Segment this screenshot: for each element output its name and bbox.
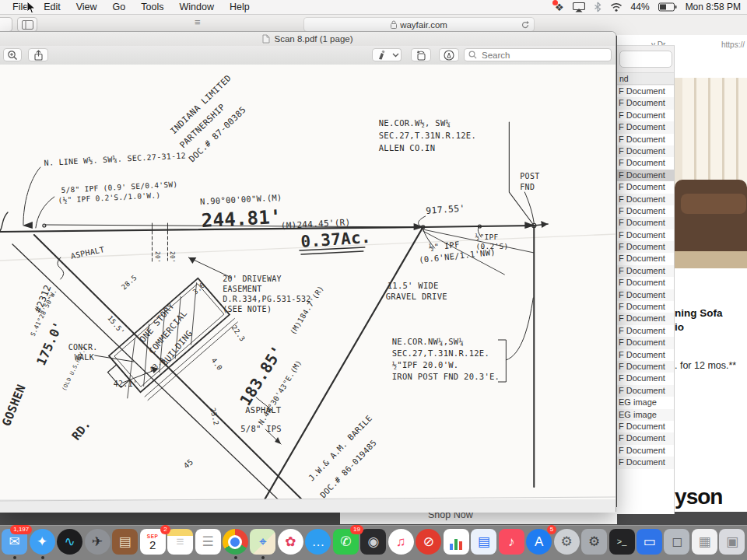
dock-calendar-icon[interactable]: SEP22 (140, 529, 166, 555)
file-row[interactable]: F Document (617, 301, 674, 313)
drawing-label: 11.5' WIDE (388, 281, 439, 290)
dock-chart-icon[interactable] (444, 529, 469, 555)
menu-view[interactable]: View (68, 0, 105, 14)
dock-trash-icon[interactable]: ▣ (719, 529, 745, 555)
menu-window[interactable]: Window (171, 0, 221, 14)
address-bar[interactable]: wayfair.com (303, 17, 535, 32)
contacts-app-tile: ▤ (112, 529, 138, 555)
file-row[interactable]: F Document (617, 145, 674, 157)
dock-finder-mail-icon[interactable]: ✉1,197 (2, 529, 27, 555)
utility-app-tile: ◻ (664, 529, 689, 555)
dock-system-preferences-icon[interactable]: ⚙ (554, 529, 580, 555)
dock-app-store-icon[interactable]: A5 (526, 529, 552, 555)
menu-bar: FileEditViewGoToolsWindowHelp ❖ 44% Mon … (0, 0, 747, 15)
file-row[interactable]: F Document (617, 134, 674, 145)
file-row[interactable]: F Document (617, 97, 674, 109)
preview-search-field[interactable] (464, 48, 612, 61)
file-row[interactable]: F Document (617, 205, 674, 217)
file-row[interactable]: F Document (617, 157, 674, 169)
file-row[interactable]: EG image (617, 409, 674, 421)
file-row[interactable]: F Document (617, 110, 674, 121)
wifi-icon[interactable] (610, 2, 622, 12)
menu-edit[interactable]: Edit (36, 0, 68, 14)
bluetooth-icon[interactable] (594, 2, 601, 12)
file-row[interactable]: F Document (617, 121, 674, 133)
window-backdrop (682, 78, 747, 194)
markup-toolbar-button[interactable] (439, 48, 459, 61)
file-row[interactable]: F Document (617, 421, 674, 432)
file-row[interactable]: F Document (617, 229, 674, 241)
menu-go[interactable]: Go (105, 0, 134, 14)
file-row[interactable]: F Document (617, 337, 674, 348)
rotate-button[interactable] (411, 48, 431, 61)
chevron-down-icon (392, 53, 399, 58)
dock-screen-sharing-icon[interactable]: ▭ (637, 529, 662, 555)
share-button[interactable] (28, 48, 48, 61)
dock-no-entry-icon[interactable]: ⊘ (416, 529, 441, 555)
file-row[interactable]: F Document (617, 289, 674, 301)
dock-notes-icon[interactable]: ≡ (167, 529, 193, 555)
dock-reminders-icon[interactable]: ☰ (195, 529, 221, 555)
dock-facetime-icon[interactable]: ✆19 (333, 529, 359, 555)
reload-icon[interactable] (521, 20, 530, 30)
highlight-dropdown[interactable] (390, 48, 402, 61)
file-row[interactable]: F Document (617, 277, 674, 289)
dock-chrome-icon[interactable] (223, 529, 248, 555)
dock-terminal-icon[interactable]: >_ (609, 529, 635, 555)
file-row[interactable]: F Document (617, 349, 674, 361)
menu-help[interactable]: Help (222, 0, 258, 14)
toolbar-button-partial[interactable] (0, 17, 12, 32)
file-row[interactable]: F Document (617, 445, 674, 457)
file-row[interactable]: EG image (617, 397, 674, 408)
file-row[interactable]: F Document (617, 241, 674, 253)
menu-clock[interactable]: Mon 8:58 PM (686, 2, 741, 12)
file-row[interactable]: F Document (617, 313, 674, 324)
dock-siri-icon[interactable]: ∿ (57, 529, 82, 555)
dock-safari-icon[interactable]: ✦ (30, 529, 55, 555)
sidebar-toggle-button[interactable] (17, 17, 37, 32)
preview-titlebar[interactable]: Scan 8.pdf (1 page) (0, 32, 615, 46)
file-dialog: nd F DocumentF DocumentF DocumentF Docum… (617, 45, 675, 514)
drawing-label: GRAVEL DRIVE (386, 292, 447, 301)
file-row[interactable]: F Document (617, 194, 674, 205)
search-input[interactable] (480, 50, 600, 61)
highlight-button[interactable] (372, 48, 391, 61)
screen-sharing-app-tile: ▭ (637, 529, 662, 555)
drawing-label: NE.COR.W½, SW¼ (379, 118, 451, 128)
drawing-label: D.R.334,PG.531-532 (223, 295, 310, 303)
desktop: ≡ wayfair.com y Dr,... https:// ning Sof… (0, 0, 747, 560)
dock-launchpad-icon[interactable]: ✈ (85, 529, 110, 555)
file-row[interactable]: F Document (617, 170, 674, 181)
dock-music-icon[interactable]: ♪ (499, 529, 524, 555)
file-row[interactable]: F Document (617, 385, 674, 397)
file-row[interactable]: F Document (617, 325, 674, 337)
kind-column-header[interactable]: nd (617, 72, 674, 85)
dialog-search-field[interactable] (619, 51, 672, 68)
file-row[interactable]: F Document (617, 181, 674, 193)
file-row[interactable]: F Document (617, 457, 674, 468)
dock-maps-icon[interactable]: ⌖ (250, 529, 275, 555)
dock-contacts-icon[interactable]: ▤ (112, 529, 138, 555)
trash-app-tile: ▣ (719, 529, 745, 555)
dock-grid-app-icon[interactable]: ▦ (692, 529, 717, 555)
dock-settings-alt-icon[interactable]: ⚙ (581, 529, 607, 555)
file-row[interactable]: F Document (617, 86, 674, 97)
file-row[interactable]: F Document (617, 432, 674, 444)
file-row[interactable]: F Document (617, 373, 674, 384)
dock-photos-icon[interactable]: ✿ (278, 529, 303, 555)
tab-overview-icon[interactable]: ≡ (195, 16, 201, 28)
file-row[interactable]: F Document (617, 265, 674, 277)
running-indicator (13, 556, 16, 559)
file-row[interactable]: F Document (617, 361, 674, 373)
dock-photo-booth-icon[interactable]: ◉ (360, 529, 386, 555)
file-row[interactable]: F Document (617, 253, 674, 264)
dock-utility-icon[interactable]: ◻ (664, 529, 689, 555)
dock-messages-icon[interactable]: … (305, 529, 331, 555)
zoom-button[interactable] (3, 48, 22, 61)
dock-itunes-icon[interactable]: ♫ (388, 529, 414, 555)
file-row[interactable]: F Document (617, 217, 674, 229)
airplay-icon[interactable] (573, 2, 585, 12)
dock-documents-icon[interactable]: ▤ (471, 529, 496, 555)
menu-tools[interactable]: Tools (133, 0, 171, 14)
dropbox-menu-icon[interactable]: ❖ (555, 2, 564, 13)
